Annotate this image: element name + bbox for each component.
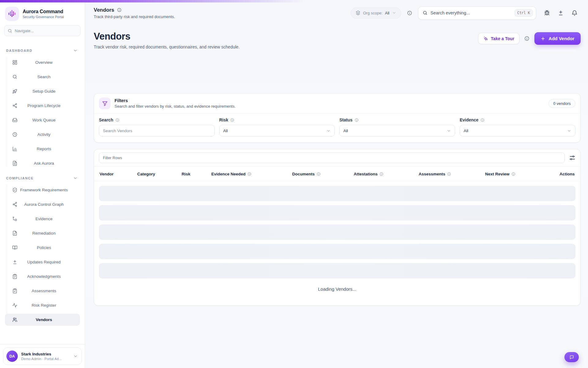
funnel-icon — [99, 98, 111, 109]
bell-icon[interactable] — [571, 10, 578, 16]
filter-evidence-select[interactable]: All — [460, 125, 575, 136]
info-icon — [230, 118, 234, 122]
chevron-down-icon — [73, 48, 77, 53]
share-icon — [12, 103, 17, 108]
sidebar-item-overview[interactable]: Overview — [5, 56, 80, 68]
filter-risk-select[interactable]: All — [219, 125, 335, 136]
search-icon — [423, 10, 428, 15]
loading-skeleton-row — [99, 244, 575, 259]
sidebar-item-risk-register[interactable]: Risk Register — [5, 299, 80, 311]
info-icon — [447, 172, 451, 176]
app-logo-icon[interactable] — [5, 7, 19, 21]
add-vendor-button[interactable]: Add Vendor — [534, 32, 580, 45]
column-attestations[interactable]: Attestations — [354, 172, 419, 176]
sidebar-item-assessments[interactable]: Assessments — [5, 285, 80, 297]
main-area: Vendors Track third-party risk and requi… — [85, 0, 588, 368]
sparkles-icon — [483, 36, 488, 41]
filter-rows-input[interactable] — [99, 152, 565, 163]
avatar: DA — [6, 351, 18, 362]
bug-icon[interactable] — [544, 10, 550, 16]
filter-field-status: StatusAll — [339, 117, 455, 136]
info-icon[interactable] — [117, 8, 122, 12]
column-next-review[interactable]: Next Review — [485, 172, 560, 176]
column-settings-icon[interactable] — [569, 155, 575, 161]
sidebar-item-remediation[interactable]: Remediation — [5, 227, 80, 239]
navigate-input[interactable] — [15, 29, 77, 33]
sidebar-item-search[interactable]: Search — [5, 71, 80, 83]
file-check-icon — [12, 231, 17, 236]
chevron-down-icon — [326, 128, 331, 133]
loading-status: Loading Vendors... — [99, 282, 575, 305]
info-icon — [379, 172, 383, 176]
app-tagline: Security Governance Portal — [23, 15, 64, 19]
filters-card: Filters Search and filter vendors by ris… — [94, 93, 581, 143]
topbar-title: Vendors — [94, 7, 114, 13]
users-icon — [12, 317, 17, 322]
diff-icon — [12, 259, 17, 265]
column-vendor[interactable]: Vendor — [100, 172, 137, 176]
take-a-tour-button[interactable]: Take a Tour — [478, 33, 520, 44]
filter-status-select[interactable]: All — [339, 125, 455, 136]
info-icon — [355, 118, 359, 122]
activity-icon — [12, 303, 17, 308]
user-card[interactable]: DA Stark Industries Demo Admin · Portal … — [3, 347, 82, 365]
sidebar-item-setup-guide[interactable]: Setup Guide — [5, 85, 80, 97]
info-icon[interactable] — [407, 10, 412, 16]
loading-skeleton-row — [99, 224, 575, 240]
page-title: Vendors — [94, 31, 240, 42]
nav-section-dashboard[interactable]: DASHBOARD — [5, 48, 80, 53]
loading-skeleton-row — [99, 263, 575, 278]
column-category[interactable]: Category — [137, 172, 182, 176]
org-scope-selector[interactable]: Org scope: All — [351, 7, 401, 19]
vendor-count-badge: 0 vendors — [548, 99, 575, 108]
vendors-table-card: VendorCategoryRiskEvidence NeededDocumen… — [94, 149, 581, 306]
info-icon[interactable] — [524, 36, 530, 41]
filters-title: Filters — [115, 98, 236, 103]
loading-skeleton-row — [99, 186, 575, 201]
column-documents[interactable]: Documents — [292, 172, 354, 176]
navigate-search[interactable] — [4, 25, 81, 36]
sidebar-item-vendors[interactable]: Vendors — [5, 314, 80, 326]
sidebar-item-work-queue[interactable]: Work Queue — [5, 114, 80, 126]
chat-widget-button[interactable] — [564, 352, 579, 362]
sidebar-item-reports[interactable]: Reports — [5, 143, 80, 155]
column-assessments[interactable]: Assessments — [419, 172, 485, 176]
nav-section-compliance[interactable]: COMPLIANCE — [5, 176, 80, 180]
sidebar-item-activity[interactable]: Activity — [5, 128, 80, 140]
global-search[interactable]: Ctrl K — [418, 6, 536, 20]
sidebar: Aurora Command Security Governance Porta… — [0, 0, 85, 368]
sidebar-item-acknowledgments[interactable]: Acknowledgments — [5, 270, 80, 282]
skeleton-rows — [99, 181, 575, 278]
sidebar-item-framework-requirements[interactable]: Framework Requirements — [5, 184, 80, 196]
user-role: Demo Admin · Portal Ad... — [21, 357, 62, 361]
column-actions[interactable]: Actions — [560, 172, 575, 176]
chevron-down-icon — [447, 128, 451, 133]
sidebar-item-updates-required[interactable]: Updates Required — [5, 256, 80, 268]
column-risk[interactable]: Risk — [182, 172, 211, 176]
filter-field-evidence: EvidenceAll — [460, 117, 575, 136]
global-search-input[interactable] — [431, 10, 511, 15]
sidebar-item-policies[interactable]: Policies — [5, 242, 80, 254]
org-scope-label: Org scope: — [363, 11, 383, 15]
sidebar-item-evidence[interactable]: Evidence — [5, 213, 80, 225]
sidebar-item-program-lifecycle[interactable]: Program Lifecycle — [5, 100, 80, 112]
page-subtitle: Track vendor risk, required documents, q… — [94, 44, 240, 49]
book-open-icon — [12, 245, 17, 250]
clock-icon — [12, 132, 17, 137]
filter-field-risk: RiskAll — [219, 117, 335, 136]
topbar: Vendors Track third-party risk and requi… — [85, 0, 588, 23]
chevron-down-icon — [392, 11, 396, 15]
search-icon — [8, 29, 12, 33]
info-icon — [247, 172, 251, 176]
filters-subtitle: Search and filter vendors by risk, statu… — [115, 104, 236, 109]
sidebar-item-aurora-control-graph[interactable]: Aurora Control Graph — [5, 198, 80, 210]
page-content: Vendors Track vendor risk, required docu… — [85, 23, 588, 368]
diff-icon[interactable] — [558, 10, 564, 16]
chat-bubble-icon — [569, 355, 574, 360]
chevron-down-icon — [73, 354, 78, 358]
clipboard-check-icon — [12, 288, 17, 293]
shield-check-icon — [12, 187, 17, 193]
column-evidence-needed[interactable]: Evidence Needed — [211, 172, 292, 176]
sidebar-item-ask-aurora[interactable]: Ask Aurora — [5, 157, 80, 169]
filter-search-input[interactable] — [99, 125, 215, 136]
